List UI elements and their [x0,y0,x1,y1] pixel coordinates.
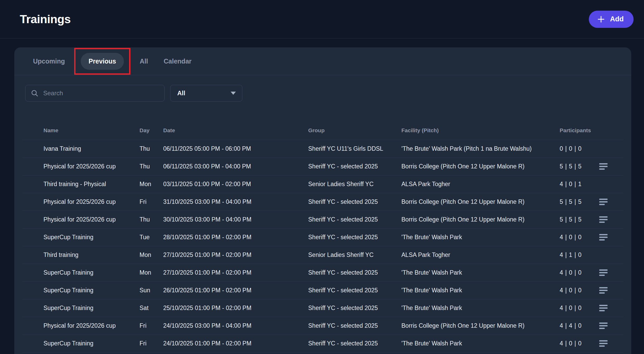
cell-participants: 4 | 0 | 1 [560,181,596,188]
cell-name: Physical for 2025/2026 cup [43,322,140,329]
filters-row: All [25,85,631,102]
row-menu-icon[interactable] [599,163,609,170]
cell-name: Physical for 2025/2026 cup [43,216,140,223]
row-menu-icon[interactable] [599,198,609,206]
row-menu-icon[interactable] [599,234,609,241]
cell-date: 24/10/2025 03:00 PM - 04:00 PM [163,322,308,329]
table-row[interactable]: Physical for 2025/2026 cup Fri 24/10/202… [22,317,623,335]
cell-group: Sheriff YC - selected 2025 [308,322,401,329]
cell-name: SuperCup Training [43,234,140,241]
cell-day: Mon [140,251,163,258]
search-input[interactable] [43,90,159,97]
cell-participants: 4 | 0 | 0 [560,305,596,312]
cell-participants: 5 | 5 | 5 [560,216,596,223]
column-header-date: Date [163,127,308,134]
cell-day: Mon [140,269,163,276]
table-row[interactable]: Third training - Physical Mon 03/11/2025… [22,175,623,193]
row-menu-icon[interactable] [599,340,609,347]
cell-actions [596,216,612,223]
column-header-name: Name [43,127,140,134]
cell-actions [596,322,612,330]
cell-group: Sheriff YC - selected 2025 [308,340,401,347]
column-header-day: Day [140,127,163,134]
cell-group: Sheriff YC - selected 2025 [308,198,401,205]
cell-actions [596,269,612,276]
cell-name: Third training - Physical [43,181,140,188]
table-row[interactable]: SuperCup Training Fri 24/10/2025 01:00 P… [22,335,623,352]
row-menu-icon[interactable] [599,269,609,276]
cell-group: Sheriff YC - selected 2025 [308,163,401,170]
cell-group: Sheriff YC - selected 2025 [308,216,401,223]
cell-day: Tue [140,234,163,241]
cell-date: 24/10/2025 01:00 PM - 02:00 PM [163,340,308,347]
cell-actions [596,251,612,259]
cell-actions [596,163,612,170]
cell-date: 28/10/2025 01:00 PM - 02:00 PM [163,234,308,241]
row-menu-icon[interactable] [599,216,609,223]
column-header-facility: Facility (Pitch) [401,127,560,134]
row-menu-icon[interactable] [599,287,609,294]
table-row[interactable]: Physical for 2025/2026 cup Fri 31/10/202… [22,193,623,211]
cell-day: Fri [140,198,163,205]
cell-participants: 4 | 0 | 0 [560,269,596,276]
add-button[interactable]: Add [589,11,634,28]
cell-participants: 5 | 5 | 5 [560,163,596,170]
table-header-row: Name Day Date Group Facility (Pitch) Par… [22,121,623,140]
cell-facility: 'The Brute' Walsh Park [401,234,560,241]
cell-day: Thu [140,145,163,152]
cell-group: Sheriff YC - selected 2025 [308,269,401,276]
cell-actions [596,287,612,294]
table-row[interactable]: SuperCup Training Mon 27/10/2025 01:00 P… [22,264,623,282]
row-menu-icon[interactable] [599,305,609,312]
cell-group: Sheriff YC - selected 2025 [308,287,401,294]
cell-day: Fri [140,322,163,329]
cell-participants: 4 | 0 | 0 [560,234,596,241]
cell-group: Senior Ladies Sheriff YC [308,251,401,258]
cell-participants: 4 | 0 | 0 [560,287,596,294]
table-row[interactable]: SuperCup Training Sun 26/10/2025 01:00 P… [22,282,623,299]
cell-actions [596,181,612,188]
cell-facility: 'The Brute' Walsh Park [401,305,560,312]
tab-previous[interactable]: Previous [81,53,124,70]
row-menu-icon[interactable] [599,322,609,330]
cell-facility: Borris College (Pitch One 12 Upper Malon… [401,216,560,223]
cell-actions [596,234,612,241]
table-row[interactable]: Ivana Training Thu 06/11/2025 05:00 PM -… [22,140,623,158]
cell-date: 06/11/2025 05:00 PM - 06:00 PM [163,145,308,152]
cell-actions [596,305,612,312]
cell-date: 31/10/2025 03:00 PM - 04:00 PM [163,198,308,205]
table-row[interactable]: SuperCup Training Tue 28/10/2025 01:00 P… [22,229,623,246]
cell-group: Sheriff YC - selected 2025 [308,305,401,312]
cell-name: Third training [43,251,140,258]
cell-facility: 'The Brute' Walsh Park [401,287,560,294]
tab-upcoming[interactable]: Upcoming [25,53,73,70]
cell-participants: 4 | 0 | 0 [560,340,596,347]
cell-participants: 5 | 5 | 5 [560,198,596,205]
cell-actions [596,145,612,153]
cell-facility: Borris College (Pitch One 12 Upper Malon… [401,322,560,329]
cell-name: SuperCup Training [43,340,140,347]
cell-participants: 4 | 1 | 0 [560,251,596,258]
cell-name: SuperCup Training [43,305,140,312]
tab-all[interactable]: All [132,53,156,70]
cell-day: Sun [140,287,163,294]
tab-calendar[interactable]: Calendar [156,53,199,70]
cell-date: 27/10/2025 01:00 PM - 02:00 PM [163,251,308,258]
cell-facility: 'The Brute' Walsh Park [401,269,560,276]
table-row[interactable]: Physical for 2025/2026 cup Thu 30/10/202… [22,211,623,229]
trainings-card: Upcoming Previous All Calendar All Name … [14,47,631,354]
cell-actions [596,340,612,347]
cell-day: Thu [140,163,163,170]
chevron-down-icon [231,92,236,95]
group-filter-dropdown[interactable]: All [170,85,242,102]
cell-name: Physical for 2025/2026 cup [43,163,140,170]
cell-day: Thu [140,216,163,223]
table-row[interactable]: Third training Mon 27/10/2025 01:00 PM -… [22,246,623,264]
table-row[interactable]: SuperCup Training Sat 25/10/2025 01:00 P… [22,299,623,317]
table-row[interactable]: Physical for 2025/2026 cup Thu 06/11/202… [22,158,623,175]
cell-day: Fri [140,340,163,347]
table-body: Ivana Training Thu 06/11/2025 05:00 PM -… [22,140,623,352]
cell-name: Physical for 2025/2026 cup [43,198,140,205]
search-icon [31,89,39,97]
cell-group: Sheriff YC U11's Girls DDSL [308,145,401,152]
